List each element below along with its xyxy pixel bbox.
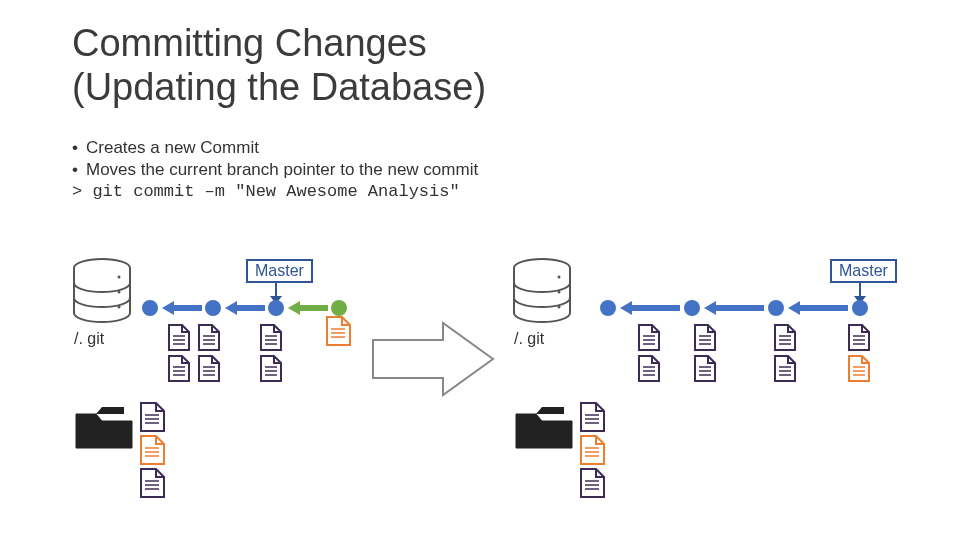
file-icon — [638, 355, 660, 386]
commit-node — [600, 300, 616, 316]
file-icon — [638, 324, 660, 355]
commit-node — [142, 300, 158, 316]
file-icon — [140, 468, 165, 502]
file-icon-modified — [140, 435, 165, 469]
commit-node-new — [331, 300, 347, 316]
file-icon — [694, 324, 716, 355]
bullet-command: > git commit –m "New Awesome Analysis" — [72, 182, 478, 201]
bullet-2: •Moves the current branch pointer to the… — [72, 160, 478, 180]
title-line-1: Committing Changes — [72, 22, 427, 64]
file-icon-modified — [580, 435, 605, 469]
svg-point-36 — [558, 291, 561, 294]
master-pointer-right — [859, 283, 861, 296]
file-icon — [260, 355, 282, 386]
file-icon — [848, 324, 870, 355]
title-line-2: (Updating the Database) — [72, 66, 486, 108]
bullet-1-text: Creates a new Commit — [86, 138, 259, 157]
file-icon — [580, 468, 605, 502]
file-icon — [694, 355, 716, 386]
file-icon — [260, 324, 282, 355]
file-icon-new — [326, 316, 351, 350]
commit-node — [768, 300, 784, 316]
bullet-list: •Creates a new Commit •Moves the current… — [72, 136, 478, 203]
file-icon — [198, 324, 220, 355]
commit-node — [852, 300, 868, 316]
svg-point-35 — [558, 276, 561, 279]
file-icon-modified — [848, 355, 870, 386]
file-icon — [580, 402, 605, 436]
svg-point-1 — [118, 276, 121, 279]
bullet-1: •Creates a new Commit — [72, 138, 478, 158]
file-icon — [168, 324, 190, 355]
svg-point-37 — [558, 306, 561, 309]
file-icon — [198, 355, 220, 386]
commit-node — [205, 300, 221, 316]
svg-point-2 — [118, 291, 121, 294]
master-pointer-left — [275, 283, 277, 296]
master-label-right: Master — [830, 259, 897, 283]
commit-node — [684, 300, 700, 316]
bullet-2-text: Moves the current branch pointer to the … — [86, 160, 478, 179]
file-icon — [140, 402, 165, 436]
big-arrow-icon — [370, 320, 500, 402]
gitdir-label-left: /. git — [74, 330, 104, 348]
database-icon — [512, 258, 572, 328]
gitdir-label-right: /. git — [514, 330, 544, 348]
file-icon — [168, 355, 190, 386]
master-label-left: Master — [246, 259, 313, 283]
file-icon — [774, 324, 796, 355]
database-icon — [72, 258, 132, 328]
svg-point-3 — [118, 306, 121, 309]
commit-node — [268, 300, 284, 316]
folder-icon — [514, 404, 574, 454]
file-icon — [774, 355, 796, 386]
slide-title: Committing Changes (Updating the Databas… — [72, 22, 486, 109]
folder-icon — [74, 404, 134, 454]
